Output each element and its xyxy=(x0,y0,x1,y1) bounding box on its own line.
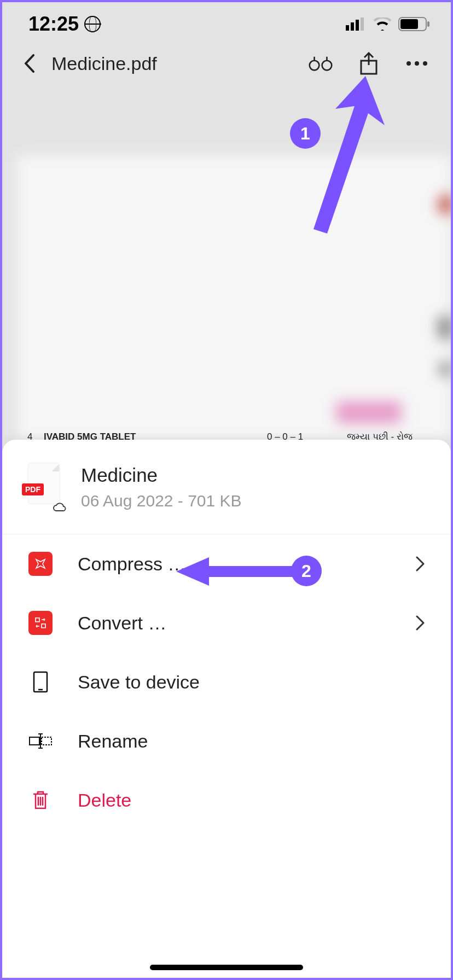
file-details: 06 Aug 2022 - 701 KB xyxy=(81,492,242,510)
share-icon xyxy=(359,52,378,75)
chevron-right-icon xyxy=(416,556,425,571)
document-preview[interactable] xyxy=(16,155,451,440)
chevron-left-icon xyxy=(24,54,35,73)
convert-icon xyxy=(28,611,53,635)
svg-rect-2 xyxy=(356,20,359,31)
rename-icon xyxy=(28,729,53,753)
cellular-icon xyxy=(346,18,367,31)
svg-point-8 xyxy=(322,61,332,71)
wifi-icon xyxy=(373,18,392,31)
annotation-step-2: 2 xyxy=(291,556,322,586)
svg-rect-18 xyxy=(30,737,39,745)
file-meta: Medicine 06 Aug 2022 - 701 KB xyxy=(81,464,242,510)
menu-item-delete[interactable]: Delete xyxy=(2,771,451,830)
svg-rect-16 xyxy=(34,672,47,692)
chevron-right-icon xyxy=(416,615,425,631)
svg-rect-19 xyxy=(42,737,51,745)
battery-icon xyxy=(398,17,430,31)
badge-text: 1 xyxy=(300,124,310,144)
svg-rect-6 xyxy=(427,21,429,27)
svg-point-7 xyxy=(310,61,320,71)
svg-rect-15 xyxy=(42,624,45,628)
menu-label: Save to device xyxy=(78,672,425,693)
menu-label: Compress … xyxy=(78,553,391,575)
more-button[interactable] xyxy=(405,51,429,75)
svg-rect-1 xyxy=(351,22,354,31)
annotation-step-1: 1 xyxy=(290,118,321,149)
topbar-actions xyxy=(309,51,429,75)
trash-icon xyxy=(28,788,53,812)
status-icons xyxy=(346,17,430,31)
menu-item-save[interactable]: Save to device xyxy=(2,652,451,711)
svg-point-12 xyxy=(415,61,419,66)
status-bar: 12:25 xyxy=(2,2,451,46)
cloud-icon xyxy=(53,502,67,512)
share-button[interactable] xyxy=(357,51,381,75)
more-icon xyxy=(406,61,428,66)
menu-label: Convert … xyxy=(78,612,391,634)
topbar: Medicine.pdf xyxy=(2,46,451,92)
svg-rect-3 xyxy=(361,18,364,31)
menu-item-rename[interactable]: Rename xyxy=(2,711,451,771)
svg-rect-5 xyxy=(400,19,418,29)
globe-icon xyxy=(84,16,101,32)
device-icon xyxy=(28,670,53,694)
menu-label: Rename xyxy=(78,731,425,752)
menu-item-convert[interactable]: Convert … xyxy=(2,593,451,652)
file-name: Medicine xyxy=(81,464,242,486)
action-sheet: PDF Medicine 06 Aug 2022 - 701 KB Compre… xyxy=(2,440,451,978)
svg-rect-14 xyxy=(36,618,39,622)
glasses-icon xyxy=(309,55,333,72)
page-title: Medicine.pdf xyxy=(51,53,298,74)
status-time: 12:25 xyxy=(28,13,101,36)
menu-item-compress[interactable]: Compress … xyxy=(2,534,451,593)
menu-label: Delete xyxy=(78,790,425,811)
back-button[interactable] xyxy=(19,52,40,74)
file-icon: PDF xyxy=(22,464,65,511)
svg-point-13 xyxy=(423,61,427,66)
svg-rect-0 xyxy=(346,25,349,31)
sheet-file-header: PDF Medicine 06 Aug 2022 - 701 KB xyxy=(2,440,451,534)
reading-mode-button[interactable] xyxy=(309,51,333,75)
time-text: 12:25 xyxy=(28,13,79,36)
svg-point-11 xyxy=(406,61,411,66)
badge-text: 2 xyxy=(301,561,311,581)
compress-icon xyxy=(28,552,53,576)
pdf-badge: PDF xyxy=(22,483,44,495)
home-indicator[interactable] xyxy=(150,965,303,970)
